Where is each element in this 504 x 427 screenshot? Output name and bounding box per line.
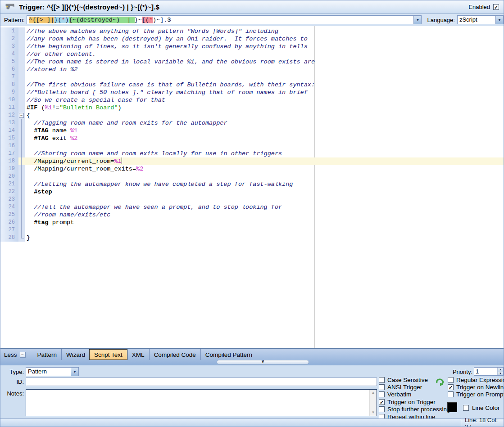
notes-text[interactable]: [26, 390, 369, 416]
checkbox-box[interactable]: ✓: [379, 399, 385, 405]
code-text[interactable]: //stored in %2: [25, 66, 504, 73]
tab-script-text[interactable]: Script Text: [89, 349, 127, 360]
code-text[interactable]: //room name/exits/etc: [25, 211, 504, 219]
editor-line-26[interactable]: 26 #tag prompt: [0, 219, 504, 226]
editor-line-5[interactable]: 5//The room name is stored in local vari…: [0, 58, 504, 66]
editor-line-17[interactable]: 17 //Storing room name and room exits lo…: [0, 150, 504, 157]
fold-collapse-button[interactable]: −: [18, 112, 25, 119]
checkbox-trigger-on-trigger[interactable]: ✓Trigger on Trigger: [379, 398, 450, 405]
language-select[interactable]: zScript ▼: [457, 15, 504, 24]
editor-line-4[interactable]: 4//or other content.: [0, 50, 504, 58]
code-text[interactable]: //"Bulletin board [ 50 notes ]." clearly…: [25, 89, 504, 96]
priority-value[interactable]: 1: [474, 368, 497, 375]
editor-line-9[interactable]: 9//"Bulletin board [ 50 notes ]." clearl…: [0, 89, 504, 96]
code-text[interactable]: //Letting the automapper know we have co…: [25, 180, 504, 188]
editor-line-22[interactable]: 22 #step: [0, 188, 504, 196]
code-text[interactable]: [25, 226, 504, 234]
tab-compiled-pattern[interactable]: Compiled Pattern: [200, 349, 257, 360]
code-text[interactable]: [25, 142, 504, 150]
editor-line-1[interactable]: 1//The above matches anything of the pat…: [0, 27, 504, 35]
code-text[interactable]: //Tagging room name and room exits for t…: [25, 119, 504, 127]
tab-pattern[interactable]: Pattern: [33, 349, 62, 360]
editor-line-15[interactable]: 15 #TAG exit %2: [0, 135, 504, 142]
code-text[interactable]: #IF (%1!="Bulletin Board"): [25, 104, 504, 112]
editor-line-13[interactable]: 13 //Tagging room name and room exits fo…: [0, 119, 504, 127]
code-text[interactable]: //The room name is stored in local varia…: [25, 58, 504, 66]
enabled-checkbox[interactable]: ✓: [493, 4, 499, 10]
code-text[interactable]: }: [25, 234, 504, 242]
checkbox-case-sensitive[interactable]: Case Sensitive: [379, 376, 450, 383]
checkbox-regular-expression[interactable]: Regular Expression: [448, 376, 504, 383]
editor-line-19[interactable]: 19 /Mapping/current_room_exits=%2: [0, 165, 504, 173]
pattern-input-text[interactable]: ^{[> ]|}(*){~(destroyed~) | }~[(*)~].$: [27, 16, 414, 24]
script-editor[interactable]: 1//The above matches anything of the pat…: [0, 26, 504, 348]
code-text[interactable]: #TAG name %1: [25, 127, 504, 135]
checkbox-box[interactable]: [379, 391, 385, 397]
pattern-dropdown-button[interactable]: ▼: [413, 16, 421, 24]
editor-line-18[interactable]: 18 /Mapping/current_room=%1: [0, 157, 504, 165]
tab-compiled-code[interactable]: Compiled Code: [149, 349, 200, 360]
less-toggle[interactable]: Less −: [4, 351, 26, 358]
pattern-input[interactable]: ^{[> ]|}(*){~(destroyed~) | }~[(*)~].$ ▼: [27, 15, 422, 24]
editor-line-23[interactable]: 23: [0, 196, 504, 203]
tab-xml[interactable]: XML: [127, 349, 149, 360]
editor-line-16[interactable]: 16: [0, 142, 504, 150]
editor-line-2[interactable]: 2//any room which has been (destroyed) b…: [0, 35, 504, 43]
language-dropdown-button[interactable]: ▼: [495, 16, 503, 24]
editor-line-20[interactable]: 20: [0, 173, 504, 180]
code-text[interactable]: //So we create a special case for that: [25, 96, 504, 104]
code-text[interactable]: //Tell the automapper we have seen a pro…: [25, 203, 504, 211]
checkbox-box[interactable]: [379, 384, 385, 390]
code-text[interactable]: /Mapping/current_room=%1: [25, 157, 504, 165]
editor-line-27[interactable]: 27: [0, 226, 504, 234]
notes-field[interactable]: ▲ ▼: [26, 389, 377, 416]
code-text[interactable]: //Storing room name and room exits local…: [25, 150, 504, 157]
code-text[interactable]: //the beginning of lines, so it isn't ge…: [25, 43, 504, 50]
line-color-swatch[interactable]: [447, 402, 457, 412]
scroll-up-icon[interactable]: ▲: [370, 390, 377, 396]
editor-line-6[interactable]: 6//stored in %2: [0, 66, 504, 73]
checkbox-stop-further-processing[interactable]: Stop further processing: [379, 406, 450, 413]
editor-line-8[interactable]: 8//The first obvious failure case is tha…: [0, 81, 504, 89]
editor-line-21[interactable]: 21 //Letting the automapper know we have…: [0, 180, 504, 188]
code-text[interactable]: [25, 173, 504, 180]
code-text[interactable]: [25, 73, 504, 81]
notes-scrollbar[interactable]: ▲ ▼: [369, 390, 377, 416]
code-text[interactable]: #TAG exit %2: [25, 135, 504, 142]
editor-line-12[interactable]: 12−{: [0, 112, 504, 119]
tab-wizard[interactable]: Wizard: [61, 349, 90, 360]
checkbox-box[interactable]: [448, 391, 454, 397]
checkbox-trigger-on-newline[interactable]: ✓Trigger on Newline: [448, 383, 504, 391]
spin-up-button[interactable]: ▲: [498, 368, 503, 372]
code-text[interactable]: [25, 196, 504, 203]
spin-down-button[interactable]: ▼: [498, 372, 503, 376]
editor-line-3[interactable]: 3//the beginning of lines, so it isn't g…: [0, 43, 504, 50]
editor-line-14[interactable]: 14 #TAG name %1: [0, 127, 504, 135]
code-text[interactable]: #step: [25, 188, 504, 196]
id-field[interactable]: [26, 378, 377, 386]
checkbox-box[interactable]: [379, 406, 385, 412]
code-text[interactable]: /Mapping/current_room_exits=%2: [25, 165, 504, 173]
minus-icon[interactable]: −: [20, 352, 26, 358]
code-text[interactable]: //The above matches anything of the patt…: [25, 27, 504, 35]
type-select[interactable]: Pattern ▼: [26, 367, 79, 376]
checkbox-box[interactable]: ✓: [448, 384, 454, 390]
checkbox-line-color[interactable]: [463, 405, 469, 411]
checkbox-trigger-on-prompt[interactable]: Trigger on Prompt: [448, 391, 504, 398]
editor-line-7[interactable]: 7: [0, 73, 504, 81]
collapse-handle[interactable]: ∨: [217, 360, 309, 364]
priority-spinner[interactable]: 1 ▲ ▼: [474, 367, 504, 376]
code-text[interactable]: #tag prompt: [25, 219, 504, 226]
editor-line-24[interactable]: 24 //Tell the automapper we have seen a …: [0, 203, 504, 211]
checkbox-ansi-trigger[interactable]: ANSI Trigger: [379, 383, 450, 391]
editor-line-25[interactable]: 25 //room name/exits/etc: [0, 211, 504, 219]
checkbox-box[interactable]: [379, 377, 385, 383]
scroll-down-icon[interactable]: ▼: [370, 409, 377, 416]
type-dropdown-button[interactable]: ▼: [71, 368, 78, 376]
editor-line-11[interactable]: 11#IF (%1!="Bulletin Board"): [0, 104, 504, 112]
code-text[interactable]: //any room which has been (destroyed) by…: [25, 35, 504, 43]
code-text[interactable]: //or other content.: [25, 50, 504, 58]
editor-line-10[interactable]: 10//So we create a special case for that: [0, 96, 504, 104]
editor-line-28[interactable]: 28}: [0, 234, 504, 242]
checkbox-verbatim[interactable]: Verbatim: [379, 391, 450, 398]
